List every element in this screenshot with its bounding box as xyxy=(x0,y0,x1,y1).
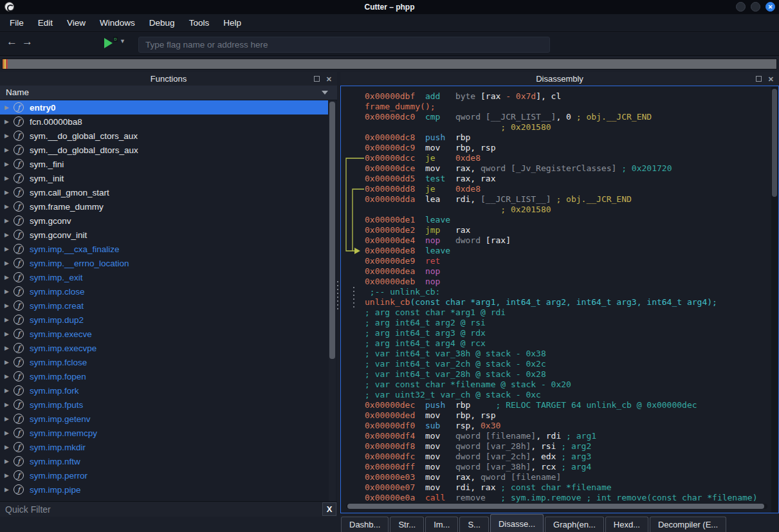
disassembly-line[interactable]: 0x00000e0a call remove ; sym.imp.remove … xyxy=(365,493,771,503)
expand-caret-icon[interactable]: ▶ xyxy=(5,246,11,252)
disassembly-line[interactable]: ; var int64_t var_28h @ stack - 0x28 xyxy=(365,369,771,380)
disassembly-line[interactable]: 0x00000dc9 mov rbp, rsp xyxy=(365,143,771,153)
function-item[interactable]: ▶ƒsym.__do_global_ctors_aux xyxy=(0,129,328,143)
expand-caret-icon[interactable]: ▶ xyxy=(5,288,11,295)
disassembly-line[interactable]: ;-- unlink_cb: xyxy=(365,287,771,297)
function-item[interactable]: ▶ƒsym.imp.memcpy xyxy=(0,426,328,440)
expand-caret-icon[interactable]: ▶ xyxy=(5,232,11,238)
function-item[interactable]: ▶ƒsym.call_gmon_start xyxy=(0,185,328,199)
menu-debug[interactable]: Debug xyxy=(142,14,182,32)
quick-filter-clear-button[interactable]: X xyxy=(322,502,336,516)
disassembly-line[interactable]: 0x00000df8 mov qword [var_28h], rsi ; ar… xyxy=(365,441,771,452)
function-item[interactable]: ▶ƒsym.imp.fclose xyxy=(0,355,328,369)
function-item[interactable]: ▶ƒfcn.00000ba8 xyxy=(0,115,328,129)
function-item[interactable]: ▶ƒsym.frame_dummy xyxy=(0,199,328,214)
disassembly-line[interactable]: ; var const char *filename @ stack - 0x2… xyxy=(365,380,771,390)
expand-caret-icon[interactable]: ▶ xyxy=(5,133,11,139)
expand-caret-icon[interactable]: ▶ xyxy=(5,458,11,464)
disassembly-line[interactable]: 0x00000df0 sub rsp, 0x30 xyxy=(365,421,771,431)
disassembly-line[interactable]: 0x00000dbf add byte [rax - 0x7d], cl xyxy=(365,91,771,102)
expand-caret-icon[interactable]: ▶ xyxy=(5,331,11,337)
float-panel-icon[interactable] xyxy=(756,76,762,82)
expand-caret-icon[interactable]: ▶ xyxy=(5,104,11,111)
tab-dashb-[interactable]: Dashb... xyxy=(341,517,389,532)
expand-caret-icon[interactable]: ▶ xyxy=(5,345,11,351)
disassembly-line[interactable]: 0x00000e07 mov rdi, rax ; const char *fi… xyxy=(365,482,771,493)
minimize-button[interactable] xyxy=(736,2,746,12)
close-button[interactable]: ✕ xyxy=(765,2,775,12)
disassembly-hscrollbar[interactable] xyxy=(346,504,767,509)
float-panel-icon[interactable] xyxy=(314,76,320,82)
menu-help[interactable]: Help xyxy=(216,14,248,32)
sort-caret-icon[interactable] xyxy=(322,91,328,95)
disassembly-vscrollbar[interactable] xyxy=(771,87,778,513)
expand-caret-icon[interactable]: ▶ xyxy=(5,118,11,125)
menu-file[interactable]: File xyxy=(3,14,31,32)
disassembly-line[interactable]: ; arg const char *arg1 @ rdi xyxy=(365,307,771,318)
expand-caret-icon[interactable]: ▶ xyxy=(5,175,11,181)
menu-view[interactable]: View xyxy=(60,14,93,32)
debug-play-icon[interactable] xyxy=(104,38,113,48)
expand-caret-icon[interactable]: ▶ xyxy=(5,444,11,450)
function-item[interactable]: ▶ƒsym._fini xyxy=(0,157,328,171)
disassembly-line[interactable]: 0x00000df4 mov qword [filename], rdi ; a… xyxy=(365,431,771,441)
disassembly-line[interactable]: ; 0x201580 xyxy=(365,205,771,215)
expand-caret-icon[interactable]: ▶ xyxy=(5,316,11,323)
disassembly-line[interactable]: 0x00000dce mov rax, qword [_Jv_RegisterC… xyxy=(365,163,771,174)
disassembly-line[interactable]: 0x00000dd8 je 0xde8 xyxy=(365,184,771,194)
back-arrow-icon[interactable]: ← xyxy=(6,35,17,48)
expand-caret-icon[interactable]: ▶ xyxy=(5,302,11,309)
tab-str-[interactable]: Str... xyxy=(390,517,424,532)
function-item[interactable]: ▶ƒsym.imp.__cxa_finalize xyxy=(0,242,328,256)
functions-scrollbar[interactable] xyxy=(329,100,336,501)
function-item[interactable]: ▶ƒsym.imp.creat xyxy=(0,298,328,313)
expand-caret-icon[interactable]: ▶ xyxy=(5,430,11,436)
disassembly-line[interactable]: 0x00000dec push rbp ; RELOC TARGET 64 un… xyxy=(365,400,771,410)
forward-arrow-icon[interactable]: → xyxy=(22,35,33,48)
disassembly-line[interactable]: 0x00000dc0 cmp qword [__JCR_LIST__], 0 ;… xyxy=(365,112,771,122)
close-panel-icon[interactable]: ✕ xyxy=(768,76,774,82)
expand-caret-icon[interactable]: ▶ xyxy=(5,147,11,153)
function-item[interactable]: ▶ƒsym._init xyxy=(0,171,328,185)
disassembly-line[interactable]: ; var int64_t var_2ch @ stack - 0x2c xyxy=(365,359,771,369)
expand-caret-icon[interactable]: ▶ xyxy=(5,472,11,479)
disassembly-line[interactable]: 0x00000de8 leave xyxy=(365,246,771,256)
disassembly-line[interactable]: 0x00000e03 mov rax, qword [filename] xyxy=(365,472,771,482)
function-item[interactable]: ▶ƒsym.imp.mkdir xyxy=(0,440,328,454)
function-item[interactable]: ▶ƒentry0 xyxy=(0,100,328,115)
panel-splitter-handle[interactable] xyxy=(337,281,338,311)
function-item[interactable]: ▶ƒsym.imp.fputs xyxy=(0,398,328,412)
seek-input[interactable] xyxy=(139,37,549,52)
close-panel-icon[interactable]: ✕ xyxy=(326,76,332,82)
tab-im-[interactable]: Im... xyxy=(425,517,458,532)
expand-caret-icon[interactable]: ▶ xyxy=(5,274,11,280)
function-item[interactable]: ▶ƒsym.imp.dup2 xyxy=(0,313,328,327)
expand-caret-icon[interactable]: ▶ xyxy=(5,387,11,394)
disassembly-line[interactable]: 0x00000de1 leave xyxy=(365,215,771,225)
tab-disasse-[interactable]: Disasse... xyxy=(490,514,544,532)
tab-hexd-[interactable]: Hexd... xyxy=(605,517,648,532)
maximize-button[interactable] xyxy=(751,2,760,12)
tab-s-[interactable]: S... xyxy=(459,517,489,532)
function-item[interactable]: ▶ƒsym.imp.getenv xyxy=(0,412,328,426)
disassembly-line[interactable]: 0x00000dff mov qword [var_38h], rcx ; ar… xyxy=(365,462,771,472)
disassembly-line[interactable]: 0x00000dc8 push rbp xyxy=(365,133,771,143)
memory-map-bar[interactable] xyxy=(2,59,777,69)
expand-caret-icon[interactable]: ▶ xyxy=(5,401,11,408)
expand-caret-icon[interactable]: ▶ xyxy=(5,359,11,365)
disassembly-line[interactable]: 0x00000dda lea rdi, [__JCR_LIST__] ; obj… xyxy=(365,194,771,205)
disassembly-line[interactable]: ; arg int64_t arg4 @ rcx xyxy=(365,338,771,349)
expand-caret-icon[interactable]: ▶ xyxy=(5,203,11,210)
function-item[interactable]: ▶ƒsym.gconv_init xyxy=(0,228,328,242)
disassembly-line[interactable]: 0x00000ded mov rbp, rsp xyxy=(365,410,771,421)
disassembly-line[interactable]: ; var uint32_t var_ch @ stack - 0xc xyxy=(365,390,771,400)
menu-edit[interactable]: Edit xyxy=(31,14,60,32)
function-item[interactable]: ▶ƒsym.imp.close xyxy=(0,284,328,298)
function-item[interactable]: ▶ƒsym.imp.fork xyxy=(0,383,328,398)
expand-caret-icon[interactable]: ▶ xyxy=(5,161,11,167)
disassembly-line[interactable]: 0x00000de2 jmp rax xyxy=(365,225,771,235)
quick-filter-input[interactable] xyxy=(0,502,320,517)
functions-column-header[interactable]: Name xyxy=(0,86,337,100)
disassembly-line[interactable]: unlink_cb(const char *arg1, int64_t arg2… xyxy=(365,297,771,307)
expand-caret-icon[interactable]: ▶ xyxy=(5,486,11,493)
